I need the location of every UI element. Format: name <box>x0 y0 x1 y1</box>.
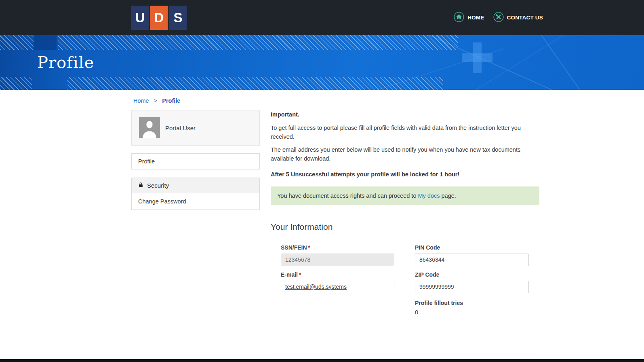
content-columns: Portal User Profile Security Change Pass… <box>131 110 539 362</box>
sidebar-item-change-password[interactable]: Change Password <box>132 193 259 210</box>
sidebar-security-header: Security <box>132 178 259 193</box>
logo-letter-d: D <box>150 6 168 30</box>
ssn-label-text: SSN/FEIN <box>281 244 307 251</box>
sidebar-security-label: Security <box>147 182 169 189</box>
uds-logo[interactable]: U D S <box>131 6 187 30</box>
logo-letter-s: S <box>169 6 187 30</box>
pin-field-group: PIN Code <box>415 244 528 266</box>
ssn-label: SSN/FEIN* <box>281 244 394 251</box>
email-label-text: E-mail <box>281 271 298 278</box>
info-paragraph-2: The email address you enter below will b… <box>271 146 539 163</box>
top-navigation: HOME CONTACT US <box>454 12 543 24</box>
page-title: Profile <box>37 53 94 72</box>
user-name: Portal User <box>165 125 196 131</box>
banner-stripes-bottom <box>67 77 443 90</box>
breadcrumb-home-link[interactable]: Home <box>133 97 149 104</box>
nav-contact-us-label: CONTACT US <box>507 15 543 21</box>
your-information-title: Your Information <box>271 222 539 236</box>
ssn-required-mark: * <box>308 244 310 251</box>
tries-field-group: Profile fillout tries 0 <box>415 300 528 315</box>
nav-contact-us[interactable]: CONTACT US <box>493 12 543 24</box>
user-card: Portal User <box>131 110 260 146</box>
tries-value: 0 <box>415 309 528 315</box>
banner-dark-block <box>34 35 57 50</box>
alert-text-before: You have document access rights and can … <box>277 193 418 199</box>
logo-letter-u: U <box>131 6 149 30</box>
actions-divider <box>271 358 539 358</box>
avatar <box>139 117 160 138</box>
breadcrumb: Home > Profile <box>133 97 644 104</box>
banner-stripes-top <box>58 35 458 50</box>
nav-home[interactable]: HOME <box>454 12 484 24</box>
breadcrumb-current: Profile <box>162 97 180 104</box>
banner-plus-decoration <box>462 42 492 73</box>
pin-code-field[interactable] <box>415 254 528 266</box>
pin-label: PIN Code <box>415 244 528 251</box>
top-header: U D S HOME <box>0 0 644 35</box>
main-content: Important. To get full access to portal … <box>271 110 539 362</box>
important-heading: Important. <box>271 110 539 119</box>
zip-label: ZIP Code <box>415 271 528 278</box>
page-banner: Profile <box>0 35 644 90</box>
email-label: E-mail* <box>281 271 394 278</box>
alert-text-after: page. <box>440 193 456 199</box>
form-column-left: SSN/FEIN* E-mail* <box>281 244 394 321</box>
footer-bar <box>0 359 644 362</box>
profile-page: U D S HOME <box>0 0 644 362</box>
email-field-group: E-mail* <box>281 271 394 293</box>
tools-icon <box>493 12 504 24</box>
ssn-field-group: SSN/FEIN* <box>281 244 394 266</box>
ssn-input <box>281 254 394 266</box>
home-icon <box>454 12 464 24</box>
form-column-right: PIN Code ZIP Code Profile fillout tries … <box>415 244 528 321</box>
banner-deco-line <box>513 35 611 90</box>
my-docs-link[interactable]: My docs <box>418 193 440 199</box>
zip-field-group: ZIP Code <box>415 271 528 293</box>
lock-warning: After 5 Unsuccessful attempts your profi… <box>271 170 539 179</box>
access-rights-alert: You have document access rights and can … <box>271 186 539 205</box>
sidebar-item-profile[interactable]: Profile <box>131 153 260 169</box>
info-paragraph-1: To get full access to portal please fill… <box>271 124 539 142</box>
profile-form: SSN/FEIN* E-mail* PIN Code <box>271 244 539 321</box>
banner-stripes-top-left <box>0 35 34 50</box>
email-required-mark: * <box>299 271 301 278</box>
email-field[interactable] <box>281 281 394 293</box>
sidebar-security-group: Security Change Password <box>131 178 260 210</box>
banner-stripes-bottom-left <box>0 77 32 90</box>
sidebar: Portal User Profile Security Change Pass… <box>131 110 260 210</box>
breadcrumb-separator: > <box>154 97 157 104</box>
tries-label: Profile fillout tries <box>415 300 528 306</box>
zip-code-field[interactable] <box>415 281 528 293</box>
nav-home-label: HOME <box>467 15 484 21</box>
lock-icon <box>138 182 143 189</box>
